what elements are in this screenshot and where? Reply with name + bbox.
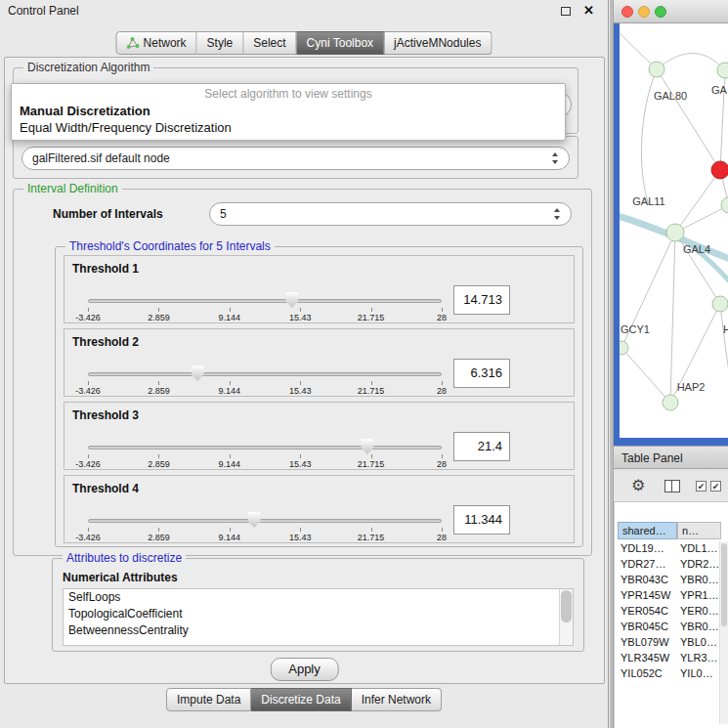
tab-cyni-toolbox[interactable]: Cyni Toolbox	[297, 31, 384, 55]
table-row[interactable]: YER054CYER0…	[615, 604, 719, 620]
minimize-traffic-light[interactable]	[638, 6, 650, 18]
threshold-4-slider[interactable]: -3.4262.8599.14415.4321.71528	[88, 511, 442, 544]
combo-stepper-icon	[553, 208, 562, 220]
threshold-3-slider[interactable]: -3.4262.8599.14415.4321.71528	[88, 438, 442, 471]
thresholds-group: Threshold's Coordinates for 5 Intervals …	[55, 246, 583, 547]
table-data-combobox[interactable]: galFiltered.sif default node	[21, 147, 570, 170]
tab-network[interactable]: Network	[116, 31, 197, 55]
table-cell: YPR1…	[680, 589, 719, 601]
slider-tick	[88, 381, 89, 385]
slider-thumb[interactable]	[361, 439, 373, 454]
algorithm-placeholder: Select algorithm to view settings	[12, 87, 565, 103]
slider-tick	[371, 381, 372, 385]
table-row[interactable]: YDR27…YDR2…	[615, 557, 719, 573]
tab-discretize-data[interactable]: Discretize Data	[251, 688, 351, 711]
network-node[interactable]	[712, 296, 728, 312]
slider-tick	[442, 381, 443, 385]
network-node[interactable]	[721, 197, 728, 213]
network-node[interactable]	[663, 395, 678, 410]
list-item[interactable]: SelfLoops	[64, 589, 573, 606]
attributes-group: Attributes to discretize Numerical Attri…	[52, 558, 584, 652]
table-row[interactable]: YBR043CYBR0…	[615, 573, 719, 588]
list-scrollbar[interactable]	[559, 589, 573, 645]
columns-icon[interactable]	[664, 480, 680, 492]
table-row[interactable]: YBR045CYBR0…	[615, 620, 719, 635]
table-row[interactable]: YPR145WYPR1…	[615, 588, 719, 604]
list-item[interactable]: TopologicalCoefficient	[64, 606, 573, 622]
list-item[interactable]: BetweennessCentrality	[64, 622, 573, 639]
close-icon[interactable]: ✕	[583, 3, 594, 18]
threshold-2-panel: Threshold 2 -3.4262.8599.14415.4321.7152…	[64, 328, 575, 397]
threshold-1-slider[interactable]: -3.4262.8599.14415.4321.71528	[88, 291, 442, 324]
slider-tick	[230, 308, 231, 312]
slider-tick	[158, 528, 159, 532]
slider-tick	[442, 308, 443, 312]
network-node[interactable]	[620, 341, 628, 355]
checkbox-icon[interactable]: ✔	[710, 481, 721, 492]
slider-tick-label: 9.144	[219, 313, 241, 322]
number-of-intervals-combobox[interactable]: 5	[209, 202, 572, 226]
slider-track[interactable]	[88, 299, 442, 303]
checkbox-icon[interactable]: ✔	[696, 481, 707, 492]
tab-style[interactable]: Style	[197, 31, 244, 55]
node-label-h: H	[723, 323, 728, 335]
scrollbar-thumb[interactable]	[721, 543, 727, 626]
zoom-traffic-light[interactable]	[655, 6, 666, 18]
slider-tick-label: 15.43	[289, 313, 312, 322]
close-traffic-light[interactable]	[621, 6, 633, 18]
slider-track[interactable]	[88, 446, 442, 450]
slider-tick	[88, 454, 89, 458]
threshold-2-value[interactable]: 6.316	[453, 359, 510, 388]
column-header-shared-name[interactable]: shared…	[618, 522, 677, 539]
slider-thumb[interactable]	[192, 365, 204, 381]
network-canvas[interactable]: GAL80 GA GAL11 GAL4 GCY1 H HAP2	[620, 23, 728, 438]
network-node[interactable]	[717, 63, 728, 78]
float-window-icon[interactable]	[561, 7, 571, 16]
threshold-3-value[interactable]: 21.4	[453, 432, 510, 461]
column-header-name[interactable]: n…	[677, 522, 721, 539]
table-cell: YIL0…	[680, 667, 713, 679]
apply-button[interactable]: Apply	[270, 658, 339, 681]
gear-icon[interactable]: ⚙	[631, 477, 645, 494]
tab-impute-data[interactable]: Impute Data	[166, 688, 251, 711]
slider-track[interactable]	[88, 519, 442, 523]
algorithm-option-equal-width[interactable]: Equal Width/Frequency Discretization	[12, 119, 565, 136]
table-row[interactable]: YIL052CYIL0…	[615, 666, 719, 682]
threshold-2-slider[interactable]: -3.4262.8599.14415.4321.71528	[88, 364, 442, 398]
tab-jactivemnodules[interactable]: jActiveMNodules	[384, 31, 492, 55]
table-data-value: galFiltered.sif default node	[32, 151, 170, 165]
slider-tick	[442, 528, 443, 532]
threshold-4-value[interactable]: 11.344	[453, 505, 510, 535]
threshold-4-panel: Threshold 4 -3.4262.8599.14415.4321.7152…	[64, 475, 575, 543]
table-scrollbar[interactable]	[719, 541, 728, 724]
control-panel-tabbar: Network Style Select Cyni Toolbox jActiv…	[116, 31, 492, 55]
table-cell: YDR27…	[621, 558, 665, 570]
network-node[interactable]	[649, 62, 664, 77]
algorithm-option-manual[interactable]: Manual Discretization	[12, 103, 565, 119]
table-cell: YLR3…	[680, 652, 718, 664]
tab-infer-network[interactable]: Infer Network	[352, 688, 442, 711]
slider-tick-label: 9.144	[219, 386, 241, 396]
numerical-attributes-label: Numerical Attributes	[63, 571, 178, 584]
table-row[interactable]: YLR345WYLR3…	[615, 651, 719, 666]
table-cell: YBR0…	[680, 574, 719, 585]
slider-thumb[interactable]	[285, 292, 298, 308]
table-cell: YPR145W	[621, 589, 670, 601]
highlighted-node[interactable]	[711, 161, 728, 179]
table-cell: YBL079W	[621, 636, 669, 648]
table-row[interactable]: YDL19…YDL1…	[615, 541, 719, 557]
table-row[interactable]: YBL079WYBL0…	[615, 635, 719, 651]
slider-thumb[interactable]	[248, 512, 261, 528]
slider-tick	[158, 381, 159, 385]
threshold-1-value[interactable]: 14.713	[453, 285, 510, 315]
scrollbar-thumb[interactable]	[561, 590, 572, 622]
numerical-attributes-list[interactable]: SelfLoopsTopologicalCoefficientBetweenne…	[63, 588, 574, 646]
network-node[interactable]	[666, 224, 684, 241]
tab-select[interactable]: Select	[243, 31, 296, 55]
slider-track[interactable]	[88, 372, 442, 376]
slider-tick-label: -3.426	[75, 459, 101, 469]
cyni-toolbox-panel: Discretization Algorithm Select algorith…	[4, 57, 605, 684]
slider-tick-label: 9.144	[219, 533, 241, 542]
node-table: shared… n… YDL19…YDL1…YDR27…YDR2…YBR043C…	[614, 502, 728, 728]
slider-tick-label: 21.715	[358, 386, 385, 396]
